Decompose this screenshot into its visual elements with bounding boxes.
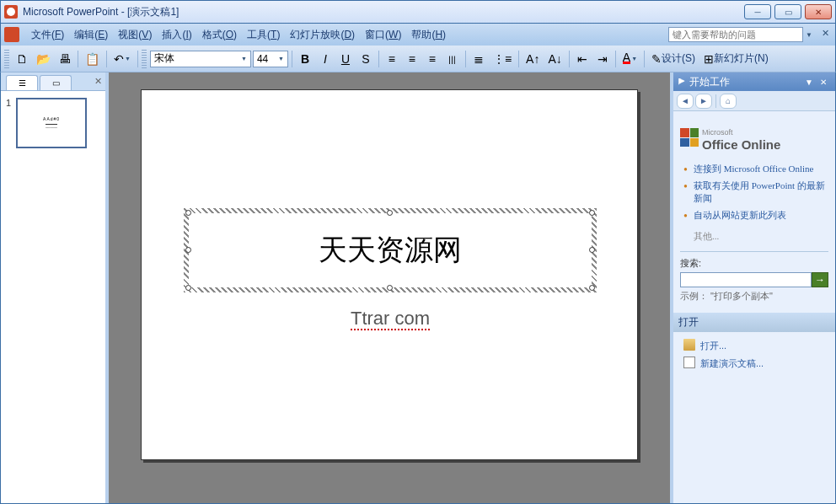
resize-handle[interactable] — [185, 210, 191, 216]
task-pane: ⯈ 开始工作 ▼ ✕ ◄ ► ⌂ MicrosoftOffice Online … — [670, 72, 835, 503]
print-button[interactable]: 🖶 — [56, 50, 74, 68]
app-icon — [4, 5, 18, 19]
open-file-link[interactable]: 打开... — [683, 337, 828, 355]
search-input[interactable] — [680, 272, 812, 287]
task-pane-dropdown-button[interactable]: ▼ — [801, 78, 817, 87]
align-center-button[interactable]: ≡ — [403, 50, 421, 68]
title-bar: Microsoft PowerPoint - [演示文稿1] ─ ▭ ✕ — [0, 0, 836, 24]
office-online-logo: MicrosoftOffice Online — [680, 118, 828, 160]
close-button[interactable]: ✕ — [805, 4, 832, 19]
align-right-button[interactable]: ≡ — [423, 50, 442, 68]
bold-button[interactable]: B — [296, 50, 314, 68]
font-name-select[interactable]: 宋体▼ — [150, 51, 251, 67]
maximize-button[interactable]: ▭ — [774, 4, 801, 19]
paste-button[interactable]: 📋 — [82, 50, 103, 68]
slide-editor[interactable]: 天天资源网 Ttrar com — [109, 72, 670, 503]
new-button[interactable]: 🗋 — [13, 50, 31, 68]
font-color-button[interactable]: A▼ — [619, 50, 640, 68]
minimize-button[interactable]: ─ — [744, 4, 771, 19]
undo-button[interactable]: ↶▼ — [110, 50, 134, 68]
menu-insert[interactable]: 插入(I) — [157, 26, 196, 44]
toolbar-grip-2[interactable] — [142, 50, 147, 68]
help-dropdown-icon[interactable]: ▼ — [803, 31, 815, 39]
resize-handle[interactable] — [589, 210, 595, 216]
link-update-list[interactable]: 自动从网站更新此列表 — [683, 206, 828, 223]
outline-tab[interactable]: ☰ — [6, 75, 38, 90]
open-section-header: 打开 — [673, 313, 835, 332]
increase-indent-button[interactable]: ⇥ — [593, 50, 612, 68]
task-pane-header: ⯈ 开始工作 ▼ ✕ — [673, 72, 835, 91]
title-placeholder[interactable]: 天天资源网 — [184, 208, 597, 292]
resize-handle[interactable] — [387, 210, 393, 216]
subtitle-placeholder[interactable]: Ttrar com — [184, 308, 597, 330]
slide-title-text[interactable]: 天天资源网 — [319, 231, 462, 270]
decrease-indent-button[interactable]: ⇤ — [573, 50, 592, 68]
slide-subtitle-text[interactable]: Ttrar com — [351, 308, 430, 330]
chevron-down-icon[interactable]: ⯈ — [678, 78, 686, 86]
search-go-button[interactable]: → — [812, 272, 828, 287]
nav-forward-button[interactable]: ► — [695, 94, 712, 109]
italic-button[interactable]: I — [316, 50, 335, 68]
slide-thumbnail[interactable]: AAd#0 ───── — [16, 98, 87, 148]
task-pane-nav: ◄ ► ⌂ — [673, 91, 835, 111]
nav-back-button[interactable]: ◄ — [677, 94, 694, 109]
close-pane-button[interactable]: ✕ — [94, 76, 102, 87]
close-document-button[interactable]: ✕ — [818, 28, 832, 41]
slide-canvas[interactable]: 天天资源网 Ttrar com — [141, 89, 638, 460]
help-search-input[interactable] — [668, 27, 803, 42]
bulleted-list-button[interactable]: ⋮≡ — [490, 50, 515, 68]
search-label: 搜索: — [680, 258, 701, 268]
search-example-text: 示例： "打印多个副本" — [680, 290, 828, 303]
align-left-button[interactable]: ≡ — [383, 50, 401, 68]
resize-handle[interactable] — [185, 247, 191, 253]
menu-bar: 文件(F) 编辑(E) 视图(V) 插入(I) 格式(O) 工具(T) 幻灯片放… — [0, 24, 836, 46]
menu-window[interactable]: 窗口(W) — [360, 26, 406, 44]
folder-icon — [683, 339, 695, 351]
underline-button[interactable]: U — [336, 50, 355, 68]
link-other[interactable]: 其他... — [680, 230, 828, 243]
menu-tools[interactable]: 工具(T) — [242, 26, 285, 44]
design-button[interactable]: ✎设计(S) — [648, 50, 699, 68]
link-connect-office[interactable]: 连接到 Microsoft Office Online — [683, 160, 828, 177]
align-distribute-button[interactable]: ⫼ — [443, 50, 462, 68]
outline-pane: ☰ ▭ ✕ 1 AAd#0 ───── — [1, 72, 109, 503]
resize-handle[interactable] — [185, 285, 191, 291]
window-title: Microsoft PowerPoint - [演示文稿1] — [23, 5, 744, 19]
decrease-font-button[interactable]: A↓ — [544, 50, 565, 68]
menu-help[interactable]: 帮助(H) — [406, 26, 451, 44]
menu-format[interactable]: 格式(O) — [197, 26, 242, 44]
link-powerpoint-news[interactable]: 获取有关使用 PowerPoint 的最新新闻 — [683, 177, 828, 206]
increase-font-button[interactable]: A↑ — [522, 50, 543, 68]
resize-handle[interactable] — [589, 285, 595, 291]
menu-edit[interactable]: 编辑(E) — [69, 26, 113, 44]
open-button[interactable]: 📂 — [33, 50, 54, 68]
slides-tab[interactable]: ▭ — [40, 75, 72, 90]
menu-file[interactable]: 文件(F) — [26, 26, 69, 44]
numbered-list-button[interactable]: ≣ — [469, 50, 488, 68]
menu-view[interactable]: 视图(V) — [113, 26, 157, 44]
nav-home-button[interactable]: ⌂ — [720, 94, 737, 109]
task-pane-close-button[interactable]: ✕ — [817, 78, 830, 87]
shadow-button[interactable]: S — [356, 50, 375, 68]
new-presentation-link[interactable]: 新建演示文稿... — [683, 355, 828, 373]
font-size-select[interactable]: 44▼ — [253, 51, 288, 67]
menu-slideshow[interactable]: 幻灯片放映(D) — [285, 26, 360, 44]
slide-number: 1 — [6, 98, 11, 148]
resize-handle[interactable] — [387, 285, 393, 291]
office-icon — [680, 128, 699, 147]
toolbar: 🗋 📂 🖶 📋 ↶▼ 宋体▼ 44▼ B I U S ≡ ≡ ≡ ⫼ ≣ ⋮≡ … — [0, 46, 836, 72]
resize-handle[interactable] — [589, 247, 595, 253]
new-slide-button[interactable]: ⊞新幻灯片(N) — [700, 50, 772, 68]
task-pane-title: 开始工作 — [689, 75, 730, 89]
document-icon — [683, 357, 695, 368]
toolbar-grip[interactable] — [4, 50, 9, 68]
powerpoint-icon[interactable] — [4, 27, 19, 42]
